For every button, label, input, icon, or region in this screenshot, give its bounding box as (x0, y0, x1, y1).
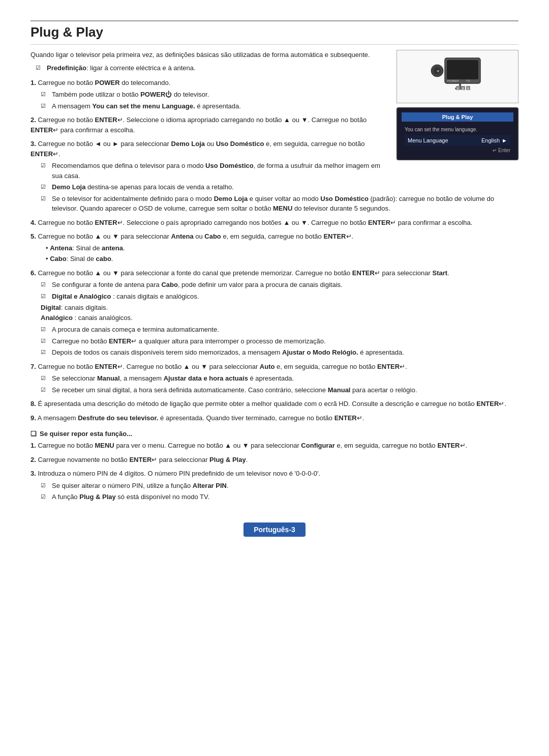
step-3-note-3: ☑ Se o televisor for acidentalmente defi… (41, 194, 518, 214)
svg-text:TV: TV (466, 79, 470, 82)
screen-row-label: Menu Language (408, 137, 448, 143)
svg-text:◄: ◄ (436, 69, 440, 73)
screen-subtitle: You can set the menu language. (405, 127, 510, 132)
step-8: 8. É apresentada uma descrição do método… (30, 399, 518, 409)
screen-row-value: English ► (481, 137, 507, 143)
step-7-note-1: ☑ Se seleccionar Manual, a mensagem Ajus… (41, 373, 518, 384)
step-6-note-1: ☑ Se configurar a fonte de antena para C… (41, 280, 518, 290)
tv-remote-svg: POWER TV ◄ 1 2 3 (430, 55, 485, 96)
illustration-box: POWER TV ◄ 1 2 3 Plug & Play You can set… (396, 50, 518, 160)
reset-section: ❑ Se quiser repor esta função... 1. Carr… (30, 430, 518, 502)
step-6-note-4: ☑ Carregue no botão ENTER↵ a qualquer al… (41, 336, 518, 346)
step-1-note-1: ☑ Também pode utilizar o botão POWER⏻ do… (41, 90, 386, 100)
step-3-note-2: ☑ Demo Loja destina-se apenas para locai… (41, 182, 518, 192)
steps-continued: 4. Carregue no botão ENTER↵. Seleccione … (30, 218, 518, 502)
step-6-note-2: ☑ Digital e Analógico : canais digitais … (41, 292, 518, 302)
step-6-note-3: ☑ A procura de canais começa e termina a… (41, 325, 518, 335)
checkbox-icon: ☑ (36, 65, 45, 71)
step-1-note-2: ☑ A mensagem You can set the menu Langua… (41, 101, 386, 111)
footer-badge: Português-3 (243, 522, 306, 537)
step-9: 9. A mensagem Desfrute do seu televisor.… (30, 413, 518, 423)
page-title: Plug & Play (30, 24, 518, 45)
step-3-note-1: ☑ Recomendamos que defina o televisor pa… (41, 161, 386, 181)
screen-language-row: Menu Language English ► (405, 135, 510, 146)
intro-note1: ☑ Predefinição: ligar à corrente eléctri… (36, 64, 386, 72)
digital-line: Digital: canais digitais. (41, 303, 518, 313)
reset-step-3-note-1: ☑ Se quiser alterar o número PIN, utiliz… (41, 481, 518, 491)
reset-step-2: 2. Carregue novamente no botão ENTER↵ pa… (30, 455, 518, 465)
reset-step-3-note-2: ☑ A função Plug & Play só está disponíve… (41, 492, 518, 502)
screen-title: Plug & Play (402, 112, 513, 122)
step-5: 5. Carregue no botão ▲ ou ▼ para selecci… (30, 231, 518, 264)
reset-section-title: ❑ Se quiser repor esta função... (30, 430, 518, 438)
analogico-line: Analógico : canais analógicos. (41, 313, 518, 323)
bullet-cabo: • Cabo: Sinal de cabo. (46, 254, 518, 264)
screen-enter-label: ↵ Enter (405, 148, 510, 153)
reset-step-3: 3. Introduza o número PIN de 4 dígitos. … (30, 469, 518, 502)
reset-step-1: 1. Carregue no botão MENU para ver o men… (30, 441, 518, 451)
svg-rect-1 (447, 60, 478, 79)
svg-text:POWER: POWER (447, 79, 459, 82)
step-7-note-2: ☑ Se receber um sinal digital, a hora se… (41, 385, 518, 395)
step-7: 7. Carregue no botão ENTER↵. Carregue no… (30, 362, 518, 395)
footer-area: Português-3 (30, 512, 518, 537)
screen-ui: Plug & Play You can set the menu languag… (396, 107, 518, 160)
step-6-note-5: ☑ Depois de todos os canais disponíveis … (41, 347, 518, 358)
remote-illustration: POWER TV ◄ 1 2 3 (396, 50, 518, 103)
step-6: 6. Carregue no botão ▲ ou ▼ para selecci… (30, 268, 518, 358)
step-4: 4. Carregue no botão ENTER↵. Seleccione … (30, 218, 518, 228)
bullet-antena: • Antena: Sinal de antena. (46, 243, 518, 253)
